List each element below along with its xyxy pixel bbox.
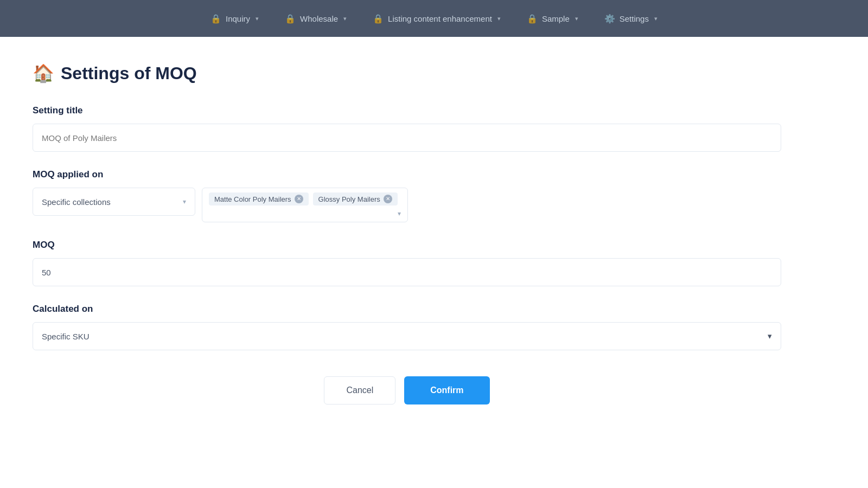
nav-label-wholesale: Wholesale [300,14,338,23]
collections-dropdown[interactable]: Specific collections ▾ [33,188,195,216]
tags-container: Matte Color Poly Mailers ✕ Glossy Poly M… [202,188,408,222]
chevron-down-icon-settings: ▾ [654,15,658,22]
tags-dropdown-chevron-icon[interactable]: ▾ [398,210,401,217]
gear-icon-settings: ⚙️ [604,14,615,24]
calculated-chevron-icon: ▾ [768,331,772,341]
top-navigation: 🔒 Inquiry ▾ 🔒 Wholesale ▾ 🔒 Listing cont… [0,0,868,37]
main-content: 🏠 Settings of MOQ Setting title MOQ appl… [0,37,814,431]
nav-item-wholesale[interactable]: 🔒 Wholesale ▾ [285,14,347,24]
tag-glossy-close-icon[interactable]: ✕ [384,195,392,203]
page-title-wrap: 🏠 Settings of MOQ [33,63,781,84]
tag-glossy-poly: Glossy Poly Mailers ✕ [313,192,398,206]
chevron-down-icon-wholesale: ▾ [343,15,347,22]
nav-item-sample[interactable]: 🔒 Sample ▾ [527,14,578,24]
lock-icon-inquiry: 🔒 [210,14,221,24]
nav-label-listing: Listing content enhancement [388,14,492,23]
tag-glossy-label: Glossy Poly Mailers [318,195,380,203]
lock-icon-sample: 🔒 [527,14,538,24]
moq-applied-label: MOQ applied on [33,169,781,180]
setting-title-input[interactable] [33,124,781,152]
confirm-button[interactable]: Confirm [404,376,489,404]
tag-matte-label: Matte Color Poly Mailers [214,195,291,203]
nav-label-sample: Sample [542,14,570,23]
nav-label-settings: Settings [620,14,649,23]
collections-dropdown-value: Specific collections [42,197,111,207]
cancel-button[interactable]: Cancel [324,376,395,404]
moq-label: MOQ [33,240,781,251]
page-title: Settings of MOQ [61,63,197,84]
calculated-on-section: Calculated on Specific SKU ▾ [33,304,781,350]
tag-matte-close-icon[interactable]: ✕ [295,195,303,203]
moq-input[interactable] [33,258,781,286]
nav-label-inquiry: Inquiry [226,14,250,23]
nav-item-inquiry[interactable]: 🔒 Inquiry ▾ [210,14,259,24]
collections-chevron-icon: ▾ [183,198,186,206]
moq-applied-section: MOQ applied on Specific collections ▾ Ma… [33,169,781,222]
setting-title-section: Setting title [33,105,781,152]
lock-icon-wholesale: 🔒 [285,14,296,24]
lock-icon-listing: 🔒 [373,14,384,24]
moq-section: MOQ [33,240,781,286]
setting-title-label: Setting title [33,105,781,116]
button-row: Cancel Confirm [33,376,781,404]
chevron-down-icon-inquiry: ▾ [256,15,259,22]
chevron-down-icon-listing: ▾ [497,15,501,22]
home-icon: 🏠 [33,63,54,84]
calculated-label: Calculated on [33,304,781,314]
calculated-dropdown[interactable]: Specific SKU ▾ [33,322,781,350]
moq-applied-row: Specific collections ▾ Matte Color Poly … [33,188,781,222]
tag-matte-color: Matte Color Poly Mailers ✕ [209,192,309,206]
calculated-dropdown-value: Specific SKU [42,332,90,341]
chevron-down-icon-sample: ▾ [575,15,578,22]
nav-item-listing[interactable]: 🔒 Listing content enhancement ▾ [373,14,501,24]
nav-item-settings[interactable]: ⚙️ Settings ▾ [604,14,658,24]
